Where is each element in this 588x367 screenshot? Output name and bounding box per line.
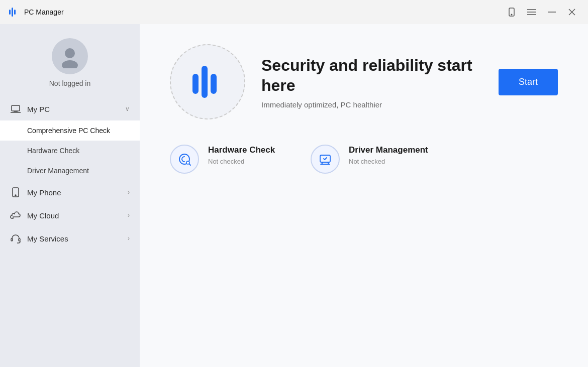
sidebar-item-my-pc[interactable]: My PC ∨ xyxy=(0,97,140,120)
app-title: PC Manager xyxy=(24,8,64,16)
sidebar-subitem-driver-management[interactable]: Driver Management xyxy=(0,161,140,181)
minimize-icon xyxy=(548,12,556,13)
driver-management-card: Driver Management Not checked xyxy=(311,145,431,174)
sidebar-item-my-cloud-label: My Cloud xyxy=(27,211,122,220)
svg-point-12 xyxy=(62,60,78,68)
sidebar-item-my-cloud[interactable]: My Cloud › xyxy=(0,204,140,227)
driver-management-label: Driver Management xyxy=(27,167,89,175)
cards-section: Hardware Check Not checked Driver M xyxy=(170,145,558,174)
sidebar-subitem-hardware-check[interactable]: Hardware Check xyxy=(0,141,140,161)
hardware-check-card: Hardware Check Not checked xyxy=(170,145,290,174)
driver-management-icon xyxy=(318,152,333,167)
svg-point-17 xyxy=(15,195,16,196)
avatar xyxy=(52,38,88,74)
hero-section: Security and reliability start here Imme… xyxy=(170,44,558,119)
chevron-right-phone-icon: › xyxy=(128,189,130,196)
hero-logo-circle xyxy=(170,44,245,119)
svg-rect-22 xyxy=(211,74,217,94)
app-logo-icon xyxy=(8,7,19,18)
title-bar-controls xyxy=(504,4,580,20)
svg-rect-0 xyxy=(9,10,11,15)
driver-management-info: Driver Management Not checked xyxy=(349,145,428,165)
chevron-right-cloud-icon: › xyxy=(128,212,130,219)
hero-text: Security and reliability start here Imme… xyxy=(261,55,482,109)
minimize-button[interactable] xyxy=(544,4,560,20)
hero-m-logo-icon xyxy=(187,62,228,102)
hardware-check-label: Hardware Check xyxy=(27,147,79,155)
user-section: Not logged in xyxy=(0,24,140,97)
phone-view-button[interactable] xyxy=(504,4,520,20)
sidebar: Not logged in My PC ∨ Comprehensive PC C… xyxy=(0,24,140,367)
hardware-check-icon xyxy=(177,152,192,167)
main-content: Security and reliability start here Imme… xyxy=(140,24,588,367)
svg-rect-1 xyxy=(12,8,13,17)
svg-rect-18 xyxy=(11,238,13,241)
hero-title: Security and reliability start here xyxy=(261,55,482,95)
svg-rect-21 xyxy=(202,66,208,98)
chevron-down-icon: ∨ xyxy=(125,105,130,112)
svg-rect-2 xyxy=(14,10,16,15)
headset-icon xyxy=(10,233,21,244)
chevron-right-services-icon: › xyxy=(128,235,130,242)
sidebar-subitem-comprehensive-pc-check[interactable]: Comprehensive PC Check xyxy=(0,120,140,141)
svg-line-25 xyxy=(189,164,190,165)
sidebar-item-my-phone-label: My Phone xyxy=(27,188,122,197)
hamburger-icon xyxy=(527,9,536,16)
user-login-status: Not logged in xyxy=(49,79,91,87)
sidebar-item-my-phone[interactable]: My Phone › xyxy=(0,181,140,204)
svg-point-11 xyxy=(65,48,75,58)
svg-rect-19 xyxy=(19,238,20,241)
start-button[interactable]: Start xyxy=(499,69,558,95)
comprehensive-pc-check-label: Comprehensive PC Check xyxy=(27,127,110,135)
hardware-check-card-status: Not checked xyxy=(208,158,275,165)
driver-management-card-status: Not checked xyxy=(349,158,428,165)
close-icon xyxy=(568,9,575,16)
close-button[interactable] xyxy=(564,4,580,20)
app-content: Not logged in My PC ∨ Comprehensive PC C… xyxy=(0,24,588,367)
title-bar-left: PC Manager xyxy=(8,7,64,18)
title-bar: PC Manager xyxy=(0,0,588,24)
sidebar-item-my-services-label: My Services xyxy=(27,234,122,243)
phone-icon xyxy=(507,8,516,17)
hardware-check-icon-circle xyxy=(170,145,199,174)
svg-rect-13 xyxy=(12,105,20,111)
sidebar-item-my-services[interactable]: My Services › xyxy=(0,227,140,250)
menu-button[interactable] xyxy=(524,4,540,20)
hardware-check-info: Hardware Check Not checked xyxy=(208,145,275,165)
cloud-icon xyxy=(10,210,21,221)
driver-management-card-title: Driver Management xyxy=(349,145,428,156)
user-avatar-icon xyxy=(58,44,82,68)
sidebar-item-my-pc-label: My PC xyxy=(27,105,119,113)
phone-nav-icon xyxy=(10,187,21,198)
laptop-icon xyxy=(10,103,21,114)
hero-subtitle: Immediately optimized, PC healthier xyxy=(261,100,482,109)
driver-management-icon-circle xyxy=(311,145,340,174)
svg-point-4 xyxy=(511,14,512,15)
hardware-check-card-title: Hardware Check xyxy=(208,145,275,156)
svg-rect-20 xyxy=(192,74,199,94)
